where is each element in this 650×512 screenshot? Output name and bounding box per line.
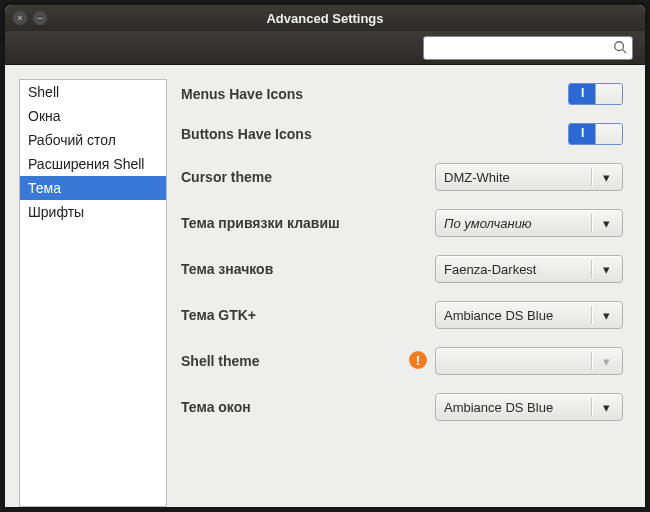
sidebar-item-shell-extensions[interactable]: Расширения Shell — [20, 152, 166, 176]
sidebar: Shell Окна Рабочий стол Расширения Shell… — [19, 79, 167, 507]
warning-icon: ! — [409, 351, 427, 369]
label-shell-theme: Shell theme — [181, 353, 431, 369]
label-icon-theme: Тема значков — [181, 261, 431, 277]
dropdown-value: Faenza-Darkest — [444, 262, 585, 277]
row-gtk-theme: Тема GTK+ Ambiance DS Blue ▾ — [181, 301, 623, 329]
dropdown-gtk-theme[interactable]: Ambiance DS Blue ▾ — [435, 301, 623, 329]
dropdown-value: Ambiance DS Blue — [444, 308, 585, 323]
sidebar-item-fonts[interactable]: Шрифты — [20, 200, 166, 224]
sidebar-item-windows[interactable]: Окна — [20, 104, 166, 128]
dropdown-window-theme[interactable]: Ambiance DS Blue ▾ — [435, 393, 623, 421]
toggle-menus-icons[interactable]: I — [568, 83, 623, 105]
dropdown-value: По умолчанию — [444, 216, 585, 231]
sidebar-item-shell[interactable]: Shell — [20, 80, 166, 104]
toolbar — [5, 31, 645, 65]
dropdown-icon-theme[interactable]: Faenza-Darkest ▾ — [435, 255, 623, 283]
settings-panel: Menus Have Icons I Buttons Have Icons I … — [181, 79, 631, 507]
svg-line-1 — [623, 49, 627, 53]
window-controls: × – — [13, 11, 47, 25]
search-icon — [613, 40, 627, 54]
titlebar: × – Advanced Settings — [5, 5, 645, 31]
dropdown-value: Ambiance DS Blue — [444, 400, 585, 415]
row-cursor-theme: Cursor theme DMZ-White ▾ — [181, 163, 623, 191]
label-gtk-theme: Тема GTK+ — [181, 307, 431, 323]
row-window-theme: Тема окон Ambiance DS Blue ▾ — [181, 393, 623, 421]
row-key-theme: Тема привязки клавиш По умолчанию ▾ — [181, 209, 623, 237]
dropdown-key-theme[interactable]: По умолчанию ▾ — [435, 209, 623, 237]
row-menus-icons: Menus Have Icons I — [181, 83, 623, 105]
chevron-down-icon: ▾ — [598, 354, 614, 369]
window: × – Advanced Settings Shell Окна Рабочий… — [5, 5, 645, 507]
label-menus-icons: Menus Have Icons — [181, 86, 431, 102]
chevron-down-icon: ▾ — [598, 400, 614, 415]
chevron-down-icon: ▾ — [598, 170, 614, 185]
chevron-down-icon: ▾ — [598, 216, 614, 231]
row-buttons-icons: Buttons Have Icons I — [181, 123, 623, 145]
row-shell-theme: Shell theme ! ▾ — [181, 347, 623, 375]
search-field — [423, 36, 633, 60]
label-buttons-icons: Buttons Have Icons — [181, 126, 431, 142]
dropdown-shell-theme[interactable]: ▾ — [435, 347, 623, 375]
dropdown-value: DMZ-White — [444, 170, 585, 185]
label-cursor-theme: Cursor theme — [181, 169, 431, 185]
sidebar-item-desktop[interactable]: Рабочий стол — [20, 128, 166, 152]
dropdown-cursor-theme[interactable]: DMZ-White ▾ — [435, 163, 623, 191]
window-title: Advanced Settings — [5, 11, 645, 26]
close-icon[interactable]: × — [13, 11, 27, 25]
svg-point-0 — [615, 41, 624, 50]
minimize-icon[interactable]: – — [33, 11, 47, 25]
chevron-down-icon: ▾ — [598, 262, 614, 277]
sidebar-item-theme[interactable]: Тема — [20, 176, 166, 200]
body: Shell Окна Рабочий стол Расширения Shell… — [5, 65, 645, 507]
label-window-theme: Тема окон — [181, 399, 431, 415]
row-icon-theme: Тема значков Faenza-Darkest ▾ — [181, 255, 623, 283]
label-key-theme: Тема привязки клавиш — [181, 215, 431, 231]
search-input[interactable] — [423, 36, 633, 60]
chevron-down-icon: ▾ — [598, 308, 614, 323]
toggle-buttons-icons[interactable]: I — [568, 123, 623, 145]
